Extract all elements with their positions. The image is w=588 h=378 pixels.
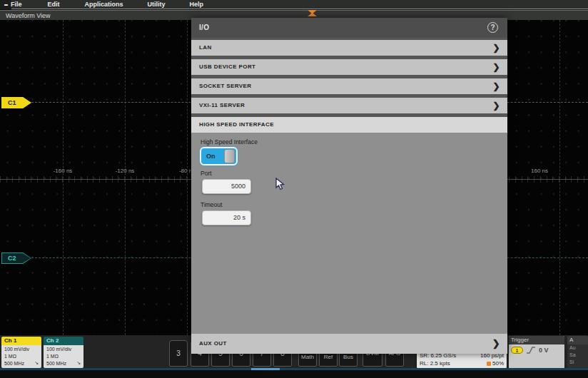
- timeout-field[interactable]: 20 s: [202, 210, 251, 225]
- channel2-scale: 100 mV/div: [46, 346, 83, 353]
- chevron-right-icon: ❯: [492, 334, 500, 354]
- ch2-marker[interactable]: C2: [1, 252, 31, 264]
- dialog-item-high-speed-interface[interactable]: HIGH SPEED INTERFACE: [191, 117, 507, 133]
- menu-bar: ••• File Edit Applications Utility Help: [0, 0, 588, 9]
- dialog-item-label: USB DEVICE PORT: [199, 63, 255, 70]
- menu-applications[interactable]: Applications: [82, 0, 126, 9]
- trigger-badge[interactable]: Trigger 1 0 V: [509, 336, 564, 369]
- dialog-item-label: VXI-11 SERVER: [199, 102, 245, 108]
- high-speed-interface-toggle[interactable]: On: [200, 147, 238, 165]
- help-icon[interactable]: ?: [487, 22, 498, 33]
- bottom-edge-strip: [0, 370, 588, 378]
- menu-utility[interactable]: Utility: [145, 0, 168, 9]
- toggle-knob[interactable]: [224, 149, 235, 163]
- trigger-level: 0 V: [539, 347, 549, 354]
- channel-settings-arrow-icon: ↘: [76, 359, 81, 367]
- chevron-right-icon: ❯: [493, 78, 500, 94]
- channel2-badge[interactable]: Ch 2 100 mV/div 1 MΩ 500 MHz ↘: [44, 337, 83, 368]
- io-dialog-header[interactable]: I/O ?: [191, 18, 507, 38]
- menu-edit[interactable]: Edit: [45, 0, 63, 9]
- dialog-item-label: LAN: [199, 44, 212, 51]
- rising-edge-icon: [526, 347, 536, 354]
- menu-help[interactable]: Help: [187, 0, 207, 9]
- port-field[interactable]: 5000: [202, 179, 251, 194]
- dialog-item-socket-server[interactable]: SOCKET SERVER ❯: [191, 78, 507, 94]
- channel-settings-arrow-icon: ↘: [34, 359, 39, 367]
- chevron-right-icon: ❯: [493, 40, 500, 56]
- dialog-item-vxi11-server[interactable]: VXI-11 SERVER ❯: [191, 98, 507, 113]
- mouse-cursor: [275, 178, 286, 190]
- channel1-scale: 100 mV/div: [4, 346, 41, 353]
- timeout-label: Timeout: [201, 201, 222, 208]
- trigger-source-pill: 1: [511, 347, 523, 354]
- button-label: Math: [299, 354, 316, 360]
- acquisition-header: A: [567, 336, 588, 344]
- ch1-marker[interactable]: C1: [1, 97, 31, 108]
- high-speed-interface-panel: [191, 133, 507, 334]
- dialog-item-usb-device-port[interactable]: USB DEVICE PORT ❯: [191, 59, 507, 75]
- acquisition-line: Si: [567, 359, 588, 366]
- trigger-title: Trigger: [509, 336, 564, 344]
- button-label: Ref: [320, 354, 337, 360]
- time-axis-label: -160 ns: [54, 168, 73, 174]
- channel1-name: Ch 1: [1, 337, 41, 345]
- dialog-item-label: SOCKET SERVER: [199, 83, 252, 89]
- dialog-item-label: AUX OUT: [199, 340, 227, 347]
- channel1-badge[interactable]: Ch 1 100 mV/div 1 MΩ 500 MHz ↘: [1, 337, 41, 368]
- io-dialog: I/O ? LAN ❯ USB DEVICE PORT ❯ SOCKET SER…: [191, 18, 507, 354]
- channel2-name: Ch 2: [44, 337, 83, 345]
- dialog-item-label: HIGH SPEED INTERFACE: [199, 121, 274, 128]
- chevron-right-icon: ❯: [493, 98, 500, 113]
- toggle-on-label: On: [206, 148, 216, 164]
- io-dialog-title: I/O: [191, 18, 507, 38]
- add-channel-3-button[interactable]: 3: [169, 340, 188, 367]
- chevron-right-icon: ❯: [493, 59, 500, 75]
- menu-file[interactable]: File: [8, 0, 25, 9]
- channel2-settings: 100 mV/div 1 MΩ 500 MHz ↘: [44, 345, 83, 368]
- horizontal-position: 50%: [492, 359, 504, 367]
- time-axis-label: -120 ns: [116, 168, 135, 174]
- port-label: Port: [201, 170, 212, 177]
- button-label: Bus: [340, 354, 357, 360]
- channel1-settings: 100 mV/div 1 MΩ 500 MHz ↘: [1, 345, 41, 368]
- time-axis-label: 160 ns: [531, 168, 548, 174]
- acquisition-line: Sa: [567, 352, 588, 359]
- acquisition-line: Au: [567, 344, 588, 352]
- high-speed-interface-label: High Speed Interface: [201, 138, 258, 145]
- ch2-marker-label: C2: [2, 253, 31, 263]
- dialog-item-aux-out[interactable]: AUX OUT ❯: [191, 334, 507, 354]
- dialog-item-lan[interactable]: LAN ❯: [191, 40, 507, 56]
- acquisition-badge-partial[interactable]: A Au Sa Si: [567, 336, 588, 369]
- record-length: RL: 2.5 kpts: [420, 359, 450, 367]
- trigger-position-icon: [487, 362, 491, 366]
